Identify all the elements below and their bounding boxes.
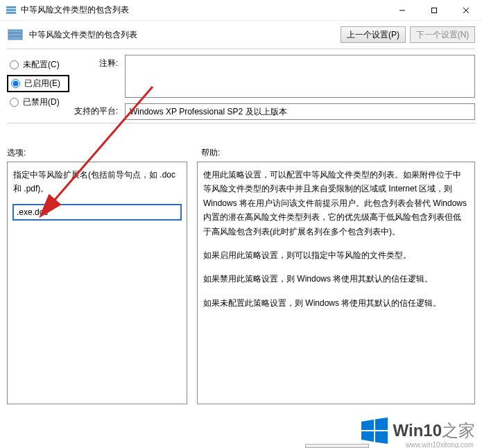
radio-not-configured-label: 未配置(C) [23, 59, 60, 71]
svg-marker-11 [361, 420, 374, 430]
maximize-button[interactable] [418, 0, 450, 21]
radio-not-configured-input[interactable] [10, 60, 19, 69]
config-area: 未配置(C) 已启用(E) 已禁用(D) 注释: 支持的平台: Windows … [0, 52, 482, 120]
help-header: 帮助: [201, 147, 475, 159]
extensions-input[interactable] [13, 205, 181, 220]
options-panel: 指定中等风险扩展名(包括前导句点，如 .doc 和 .pdf)。 [7, 162, 187, 404]
radio-not-configured[interactable]: 未配置(C) [7, 58, 69, 72]
svg-rect-7 [8, 30, 22, 33]
comment-textarea[interactable] [125, 55, 475, 98]
help-paragraph-3: 如果禁用此策略设置，则 Windows 将使用其默认的信任逻辑。 [203, 272, 469, 286]
close-button[interactable] [450, 0, 482, 21]
radio-disabled[interactable]: 已禁用(D) [7, 95, 69, 110]
watermark-url: www.win10xitong.com [406, 441, 474, 448]
help-paragraph-1: 使用此策略设置，可以配置中等风险文件类型的列表。如果附件位于中等风险文件类型的列… [203, 168, 469, 239]
window-title: 中等风险文件类型的包含列表 [21, 4, 386, 16]
comment-label: 注释: [99, 58, 118, 69]
watermark-brand-sub: 之家 [442, 421, 475, 440]
watermark-brand: Win10之家 [393, 420, 475, 442]
radio-disabled-label: 已禁用(D) [23, 96, 60, 108]
panel-headers: 选项: 帮助: [0, 126, 482, 162]
options-header: 选项: [7, 147, 187, 159]
svg-marker-13 [361, 431, 374, 442]
app-icon [6, 5, 17, 16]
divider [7, 49, 475, 49]
titlebar: 中等风险文件类型的包含列表 [0, 0, 482, 21]
next-setting-button[interactable]: 下一个设置(N) [410, 26, 475, 43]
help-paragraph-2: 如果启用此策略设置，则可以指定中等风险的文件类型。 [203, 248, 469, 262]
state-radio-group: 未配置(C) 已启用(E) 已禁用(D) [7, 55, 69, 120]
svg-rect-4 [432, 8, 437, 12]
svg-rect-8 [8, 33, 22, 36]
minimize-button[interactable] [386, 0, 418, 21]
svg-rect-2 [6, 12, 16, 14]
svg-marker-14 [375, 431, 388, 444]
panels: 指定中等风险扩展名(包括前导句点，如 .doc 和 .pdf)。 使用此策略设置… [0, 162, 482, 404]
radio-enabled[interactable]: 已启用(E) [7, 75, 69, 92]
options-description: 指定中等风险扩展名(包括前导句点，如 .doc 和 .pdf)。 [13, 168, 181, 196]
svg-rect-9 [8, 37, 22, 40]
divider-2 [7, 123, 475, 123]
help-panel: 使用此策略设置，可以配置中等风险文件类型的列表。如果附件位于中等风险文件类型的列… [197, 162, 475, 404]
radio-disabled-input[interactable] [10, 98, 19, 107]
win10-logo-icon [360, 416, 389, 445]
policy-icon [7, 26, 24, 43]
field-values: Windows XP Professional SP2 及以上版本 [125, 55, 475, 120]
svg-rect-1 [6, 9, 16, 11]
header-title: 中等风险文件类型的包含列表 [29, 29, 336, 41]
svg-marker-12 [375, 417, 388, 430]
radio-enabled-label: 已启用(E) [24, 78, 60, 89]
field-labels: 注释: 支持的平台: [76, 55, 118, 120]
radio-enabled-input[interactable] [11, 79, 20, 88]
prev-setting-button[interactable]: 上一个设置(P) [341, 26, 406, 43]
watermark-brand-main: Win10 [393, 421, 442, 440]
help-paragraph-4: 如果未配置此策略设置，则 Windows 将使用其默认的信任逻辑。 [203, 296, 469, 310]
platform-label: 支持的平台: [74, 105, 118, 117]
window-control-group [386, 0, 482, 21]
header: 中等风险文件类型的包含列表 上一个设置(P) 下一个设置(N) [0, 21, 482, 46]
svg-rect-0 [6, 6, 16, 8]
supported-platform-box[interactable]: Windows XP Professional SP2 及以上版本 [125, 103, 475, 120]
